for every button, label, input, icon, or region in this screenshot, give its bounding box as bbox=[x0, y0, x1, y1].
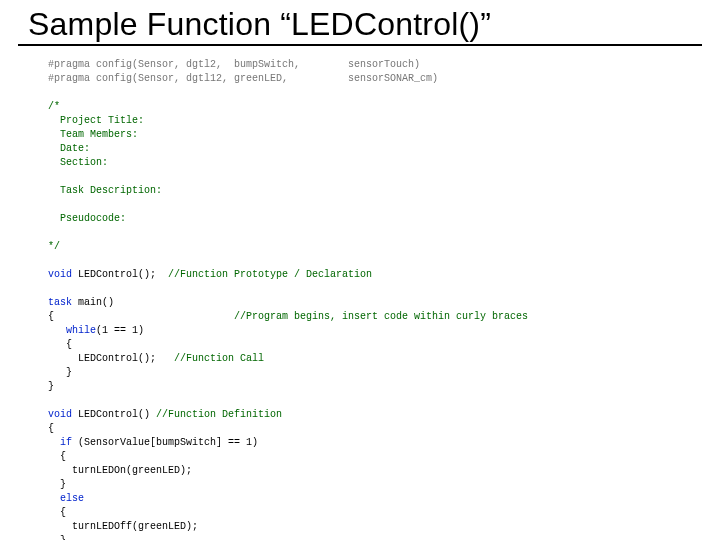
code-line: { bbox=[48, 423, 54, 434]
code-line: task main() bbox=[48, 297, 114, 308]
code-text: LEDControl(); bbox=[48, 353, 174, 364]
code-line: Pseudocode: bbox=[48, 213, 126, 224]
code-line: { //Program begins, insert code within c… bbox=[48, 311, 528, 322]
code-text: main() bbox=[72, 297, 114, 308]
code-text: LEDControl(); bbox=[72, 269, 168, 280]
code-line: /* bbox=[48, 101, 60, 112]
code-line: turnLEDOff(greenLED); bbox=[48, 521, 198, 532]
code-line: { bbox=[48, 339, 72, 350]
code-text: (1 == 1) bbox=[96, 325, 144, 336]
title-underline bbox=[18, 44, 702, 46]
code-text: LEDControl() bbox=[72, 409, 156, 420]
code-line: while(1 == 1) bbox=[48, 325, 144, 336]
code-line: Project Title: bbox=[48, 115, 144, 126]
code-line: Task Description: bbox=[48, 185, 162, 196]
keyword-else: else bbox=[48, 493, 84, 504]
code-line: #pragma config(Sensor, dgtl2, bumpSwitch… bbox=[48, 59, 420, 70]
code-text: { bbox=[48, 311, 234, 322]
comment: //Function Definition bbox=[156, 409, 282, 420]
code-line: #pragma config(Sensor, dgtl12, greenLED,… bbox=[48, 73, 438, 84]
code-line: } bbox=[48, 479, 66, 490]
keyword-while: while bbox=[48, 325, 96, 336]
code-line: */ bbox=[48, 241, 60, 252]
keyword-task: task bbox=[48, 297, 72, 308]
code-line: Date: bbox=[48, 143, 90, 154]
comment: //Program begins, insert code within cur… bbox=[234, 311, 528, 322]
keyword-void: void bbox=[48, 409, 72, 420]
code-block: #pragma config(Sensor, dgtl2, bumpSwitch… bbox=[48, 58, 688, 540]
code-line: { bbox=[48, 451, 66, 462]
comment: //Function Call bbox=[174, 353, 264, 364]
comment: //Function Prototype / Declaration bbox=[168, 269, 372, 280]
code-line: LEDControl(); //Function Call bbox=[48, 353, 264, 364]
keyword-void: void bbox=[48, 269, 72, 280]
code-line: } bbox=[48, 535, 66, 540]
code-line: void LEDControl(); //Function Prototype … bbox=[48, 269, 372, 280]
code-line: Team Members: bbox=[48, 129, 138, 140]
code-line: void LEDControl() //Function Definition bbox=[48, 409, 282, 420]
code-line: else bbox=[48, 493, 84, 504]
slide: Sample Function “LEDControl()” #pragma c… bbox=[0, 0, 720, 540]
code-line: } bbox=[48, 367, 72, 378]
code-line: turnLEDOn(greenLED); bbox=[48, 465, 192, 476]
keyword-if: if bbox=[48, 437, 72, 448]
slide-title: Sample Function “LEDControl()” bbox=[28, 6, 491, 43]
code-line: Section: bbox=[48, 157, 108, 168]
code-line: if (SensorValue[bumpSwitch] == 1) bbox=[48, 437, 258, 448]
code-line: } bbox=[48, 381, 54, 392]
code-text: (SensorValue[bumpSwitch] == 1) bbox=[72, 437, 258, 448]
code-line: { bbox=[48, 507, 66, 518]
